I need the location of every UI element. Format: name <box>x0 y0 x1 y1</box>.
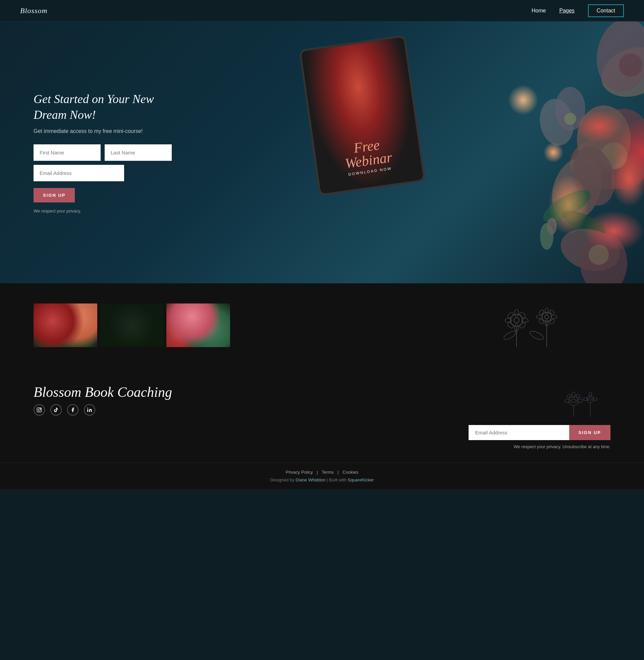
svg-point-52 <box>566 393 572 399</box>
svg-point-53 <box>576 393 581 399</box>
nav-home[interactable]: Home <box>532 8 546 14</box>
svg-point-47 <box>569 396 578 405</box>
svg-point-22 <box>503 330 517 341</box>
svg-point-56 <box>589 398 592 400</box>
footer-flower-decoration <box>537 391 611 418</box>
site-logo: Blossom <box>20 6 48 15</box>
cookies-link[interactable]: Cookies <box>342 470 358 475</box>
last-name-input[interactable] <box>105 145 172 161</box>
svg-point-26 <box>519 322 527 329</box>
svg-point-16 <box>589 245 609 265</box>
divider-2: | <box>338 470 340 475</box>
svg-point-31 <box>542 312 551 322</box>
svg-point-39 <box>549 309 555 315</box>
social-icons-row <box>33 404 172 416</box>
footer-signup-button[interactable]: SIGN UP <box>569 425 611 440</box>
svg-point-48 <box>572 399 576 403</box>
footer-brand-section: Blossom Book Coaching <box>0 377 644 463</box>
builder-link[interactable]: SquareKicker <box>347 477 374 482</box>
flowers-line-decoration <box>257 304 611 357</box>
nav-contact-button[interactable]: Contact <box>588 4 624 17</box>
svg-point-49 <box>572 392 575 398</box>
hero-section: Free Webinar DOWNLOAD NOW <box>0 21 644 283</box>
svg-point-40 <box>538 318 544 325</box>
svg-point-37 <box>551 315 557 318</box>
footer-email-row: SIGN UP <box>468 425 611 440</box>
tiktok-icon[interactable] <box>50 404 62 416</box>
bottom-footer: Privacy Policy | Terms | Cookies Designe… <box>0 463 644 489</box>
svg-point-13 <box>564 113 576 125</box>
hero-content: Get Started on Your New Dream Now! Get i… <box>0 91 175 214</box>
built-by-text: Designed by Diane Whiddon | Built with S… <box>0 477 644 482</box>
hero-title: Get Started on Your New Dream Now! <box>33 91 175 123</box>
gallery-section <box>0 283 644 377</box>
svg-point-46 <box>87 408 88 409</box>
hero-image-area: Free Webinar DOWNLOAD NOW <box>275 21 644 283</box>
svg-point-32 <box>545 315 549 319</box>
brand-right: SIGN UP We respect your privacy. Unsubsc… <box>468 391 611 449</box>
first-name-input[interactable] <box>33 145 101 161</box>
designer-link[interactable]: Diane Whiddon <box>296 477 325 482</box>
svg-point-44 <box>38 409 41 411</box>
email-field-row <box>33 165 175 181</box>
svg-point-20 <box>514 317 519 323</box>
svg-point-18 <box>547 218 557 235</box>
footer-privacy-text: We respect your privacy. Unsubscribe at … <box>513 444 611 449</box>
svg-point-23 <box>507 311 514 319</box>
svg-point-58 <box>583 398 588 400</box>
svg-point-59 <box>593 398 597 400</box>
hero-flowers-decoration <box>416 21 644 283</box>
navigation: Blossom Home Pages Contact <box>0 0 644 21</box>
gallery-image-1[interactable] <box>33 304 97 347</box>
svg-point-45 <box>40 408 41 409</box>
nav-links: Home Pages Contact <box>532 4 624 17</box>
flower-line-svg <box>490 304 590 357</box>
tablet-text: Free Webinar DOWNLOAD NOW <box>342 136 394 177</box>
facebook-icon[interactable] <box>67 404 78 416</box>
bottom-footer-links: Privacy Policy | Terms | Cookies <box>0 470 644 475</box>
svg-point-25 <box>507 322 514 329</box>
tablet-image: Free Webinar DOWNLOAD NOW <box>299 35 426 196</box>
email-input[interactable] <box>33 165 124 181</box>
svg-point-57 <box>589 392 592 397</box>
divider-1: | <box>317 470 319 475</box>
instagram-icon[interactable] <box>33 404 45 416</box>
nav-pages[interactable]: Pages <box>559 8 574 14</box>
name-fields-row <box>33 145 175 161</box>
svg-point-41 <box>549 318 555 325</box>
svg-point-10 <box>619 53 642 77</box>
gallery-image-2[interactable] <box>100 304 164 347</box>
terms-link[interactable]: Terms <box>322 470 334 475</box>
svg-point-38 <box>538 309 544 315</box>
svg-point-42 <box>529 330 544 342</box>
hero-privacy-text: We respect your privacy. <box>33 208 175 214</box>
svg-point-51 <box>577 399 583 402</box>
svg-point-36 <box>536 315 543 318</box>
tablet-frame: Free Webinar DOWNLOAD NOW <box>299 35 426 196</box>
brand-left: Blossom Book Coaching <box>33 384 172 416</box>
footer-email-input[interactable] <box>468 425 569 440</box>
svg-point-27 <box>514 309 519 316</box>
svg-point-24 <box>519 311 527 319</box>
linkedin-icon[interactable] <box>84 404 95 416</box>
svg-point-50 <box>565 399 571 402</box>
hero-subtitle: Get immediate access to my free mini-cou… <box>33 128 175 134</box>
brand-name: Blossom Book Coaching <box>33 384 172 400</box>
gallery-images <box>33 304 230 347</box>
privacy-policy-link[interactable]: Privacy Policy <box>286 470 313 475</box>
hero-signup-button[interactable]: SIGN UP <box>33 188 75 202</box>
svg-point-34 <box>545 308 548 314</box>
gallery-image-3[interactable] <box>166 304 230 347</box>
